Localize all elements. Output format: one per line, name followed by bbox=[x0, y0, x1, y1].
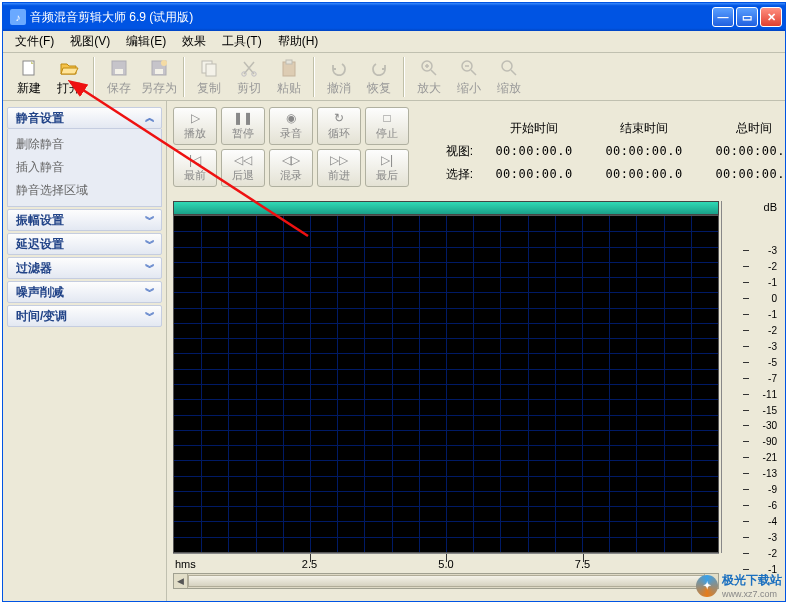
stop-icon: □ bbox=[383, 111, 390, 125]
waveform-canvas[interactable] bbox=[173, 215, 719, 553]
maximize-button[interactable]: ▭ bbox=[736, 7, 758, 27]
menu-tool[interactable]: 工具(T) bbox=[214, 31, 269, 52]
forward-button[interactable]: ▷▷前进 bbox=[317, 149, 361, 187]
loop-icon: ↻ bbox=[334, 111, 344, 125]
db-tick-label: -7 bbox=[749, 372, 777, 383]
record-icon: ◉ bbox=[286, 111, 296, 125]
play-button[interactable]: ▷播放 bbox=[173, 107, 217, 145]
sidebar-item-insert-silence[interactable]: 插入静音 bbox=[16, 156, 153, 179]
play-icon: ▷ bbox=[191, 111, 200, 125]
db-tick-label: -15 bbox=[749, 404, 777, 415]
db-tick-label: -9 bbox=[749, 484, 777, 495]
time-info: 开始时间 结束时间 总时间 视图: 00:00:00.0 00:00:00.0 … bbox=[419, 107, 785, 195]
db-tick-label: -30 bbox=[749, 420, 777, 431]
toolbar: 新建 打开 保存 另存为 复制 剪切 粘贴 撤消 bbox=[3, 53, 785, 101]
sidebar: 静音设置 ︽ 删除静音 插入静音 静音选择区域 振幅设置︾ 延迟设置︾ 过滤器︾… bbox=[3, 101, 167, 601]
pause-icon: ❚❚ bbox=[233, 111, 253, 125]
acc-silence: 静音设置 ︽ 删除静音 插入静音 静音选择区域 bbox=[7, 107, 162, 207]
menubar: 文件(F) 视图(V) 编辑(E) 效果 工具(T) 帮助(H) bbox=[3, 31, 785, 53]
fastforward-icon: ▷▷ bbox=[330, 153, 348, 167]
chevron-up-icon: ︽ bbox=[145, 111, 153, 125]
view-end-value: 00:00:00.0 bbox=[589, 144, 699, 158]
loop-button[interactable]: ↻循环 bbox=[317, 107, 361, 145]
db-tick-label: -5 bbox=[749, 356, 777, 367]
waveform-overview[interactable] bbox=[173, 201, 719, 215]
select-end-value: 00:00:00.0 bbox=[589, 167, 699, 181]
mix-button[interactable]: ◁▷混录 bbox=[269, 149, 313, 187]
app-window: ♪ 音频混音剪辑大师 6.9 (试用版) — ▭ ✕ 文件(F) 视图(V) 编… bbox=[2, 2, 786, 602]
chevron-down-icon: ︾ bbox=[145, 285, 153, 299]
select-total-value: 00:00:00.0 bbox=[699, 167, 785, 181]
menu-file[interactable]: 文件(F) bbox=[7, 31, 62, 52]
pause-button[interactable]: ❚❚暂停 bbox=[221, 107, 265, 145]
zoom-in-icon bbox=[419, 58, 439, 78]
skip-last-icon: ▷| bbox=[381, 153, 393, 167]
scroll-left-arrow[interactable]: ◀ bbox=[174, 574, 188, 588]
db-tick-label: -3 bbox=[749, 531, 777, 542]
last-button[interactable]: ▷|最后 bbox=[365, 149, 409, 187]
svg-rect-2 bbox=[115, 69, 123, 74]
horizontal-scrollbar[interactable]: ◀ ▶ bbox=[173, 573, 719, 589]
chevron-down-icon: ︾ bbox=[145, 237, 153, 251]
db-tick-label: -1 bbox=[749, 308, 777, 319]
rewind-icon: ◁◁ bbox=[234, 153, 252, 167]
db-tick-label: -3 bbox=[749, 245, 777, 256]
save-icon bbox=[109, 58, 129, 78]
menu-view[interactable]: 视图(V) bbox=[62, 31, 118, 52]
svg-point-14 bbox=[502, 61, 512, 71]
scrollbar-thumb[interactable] bbox=[188, 575, 704, 587]
copy-button: 复制 bbox=[189, 56, 229, 98]
acc-pitch-head[interactable]: 时间/变调︾ bbox=[7, 305, 162, 327]
menu-edit[interactable]: 编辑(E) bbox=[118, 31, 174, 52]
redo-icon bbox=[369, 58, 389, 78]
minimize-button[interactable]: — bbox=[712, 7, 734, 27]
view-label: 视图: bbox=[429, 143, 479, 160]
titlebar: ♪ 音频混音剪辑大师 6.9 (试用版) — ▭ ✕ bbox=[3, 3, 785, 31]
zoomout-button: 缩小 bbox=[449, 56, 489, 98]
svg-rect-4 bbox=[155, 69, 163, 74]
svg-point-5 bbox=[161, 60, 167, 66]
first-button[interactable]: |◁最前 bbox=[173, 149, 217, 187]
saveas-button: 另存为 bbox=[139, 56, 179, 98]
acc-silence-head[interactable]: 静音设置 ︽ bbox=[7, 107, 162, 129]
acc-filter-head[interactable]: 过滤器︾ bbox=[7, 257, 162, 279]
db-tick-label: 0 bbox=[749, 293, 777, 304]
watermark: ✦ 极光下载站 www.xz7.com bbox=[696, 572, 782, 599]
db-tick-label: -2 bbox=[749, 261, 777, 272]
view-total-value: 00:00:00.0 bbox=[699, 144, 785, 158]
new-file-icon bbox=[19, 58, 39, 78]
close-button[interactable]: ✕ bbox=[760, 7, 782, 27]
zoomfit-button: 缩放 bbox=[489, 56, 529, 98]
acc-delay-head[interactable]: 延迟设置︾ bbox=[7, 233, 162, 255]
sidebar-item-mute-selection[interactable]: 静音选择区域 bbox=[16, 179, 153, 202]
undo-icon bbox=[329, 58, 349, 78]
redo-button: 恢复 bbox=[359, 56, 399, 98]
open-button[interactable]: 打开 bbox=[49, 56, 89, 98]
skip-first-icon: |◁ bbox=[189, 153, 201, 167]
stop-button[interactable]: □停止 bbox=[365, 107, 409, 145]
back-button[interactable]: ◁◁后退 bbox=[221, 149, 265, 187]
svg-rect-11 bbox=[286, 60, 292, 64]
sidebar-item-delete-silence[interactable]: 删除静音 bbox=[16, 133, 153, 156]
chevron-down-icon: ︾ bbox=[145, 309, 153, 323]
record-button[interactable]: ◉录音 bbox=[269, 107, 313, 145]
db-label: dB bbox=[764, 201, 777, 213]
menu-help[interactable]: 帮助(H) bbox=[270, 31, 327, 52]
copy-icon bbox=[199, 58, 219, 78]
undo-button: 撤消 bbox=[319, 56, 359, 98]
watermark-icon: ✦ bbox=[696, 575, 718, 597]
cut-icon bbox=[239, 58, 259, 78]
db-tick-label: -2 bbox=[749, 547, 777, 558]
new-button[interactable]: 新建 bbox=[9, 56, 49, 98]
chevron-down-icon: ︾ bbox=[145, 213, 153, 227]
view-start-value: 00:00:00.0 bbox=[479, 144, 589, 158]
main-area: ▷播放 ❚❚暂停 ◉录音 ↻循环 □停止 |◁最前 ◁◁后退 ◁▷混录 ▷▷前进… bbox=[167, 101, 785, 601]
time-ruler[interactable]: hms 2.5 5.0 7.5 bbox=[173, 553, 719, 571]
db-tick-label: -11 bbox=[749, 388, 777, 399]
acc-amplitude-head[interactable]: 振幅设置︾ bbox=[7, 209, 162, 231]
db-tick-label: -3 bbox=[749, 340, 777, 351]
cut-button: 剪切 bbox=[229, 56, 269, 98]
mix-icon: ◁▷ bbox=[282, 153, 300, 167]
menu-effect[interactable]: 效果 bbox=[174, 31, 214, 52]
acc-noise-head[interactable]: 噪声削减︾ bbox=[7, 281, 162, 303]
